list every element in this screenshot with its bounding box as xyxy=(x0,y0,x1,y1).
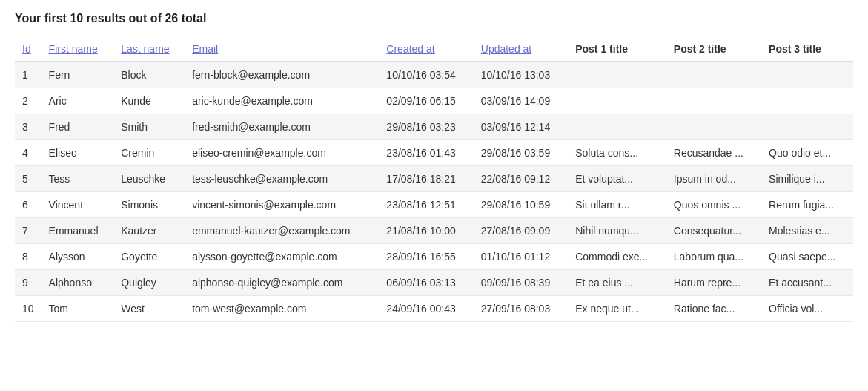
cell-id: 6 xyxy=(15,192,42,218)
cell-post1: Ex neque ut... xyxy=(568,296,666,322)
cell-first_name: Tess xyxy=(42,166,114,192)
cell-updated_at: 03/09/16 14:09 xyxy=(474,88,568,114)
cell-updated_at: 01/10/16 01:12 xyxy=(474,244,568,270)
cell-post1 xyxy=(568,114,666,140)
cell-post2 xyxy=(666,88,761,114)
cell-last_name: Smith xyxy=(113,114,185,140)
table-row: 8AlyssonGoyettealysson-goyette@example.c… xyxy=(15,244,853,270)
column-header-post1: Post 1 title xyxy=(568,37,666,62)
sort-link-first_name[interactable]: First name xyxy=(49,43,98,55)
table-row: 9AlphonsoQuigleyalphonso-quigley@example… xyxy=(15,270,853,296)
cell-first_name: Tom xyxy=(42,296,114,322)
table-header: IdFirst nameLast nameEmailCreated atUpda… xyxy=(15,37,853,62)
sort-link-last_name[interactable]: Last name xyxy=(121,43,169,55)
column-header-created_at[interactable]: Created at xyxy=(379,37,473,62)
cell-post2: Ratione fac... xyxy=(666,296,761,322)
cell-post1 xyxy=(568,88,666,114)
cell-post2: Recusandae ... xyxy=(666,140,761,166)
cell-id: 4 xyxy=(15,140,42,166)
cell-post3: Quasi saepe... xyxy=(761,244,853,270)
column-header-last_name[interactable]: Last name xyxy=(113,37,185,62)
cell-post1 xyxy=(568,62,666,88)
column-header-post2: Post 2 title xyxy=(666,37,761,62)
cell-post1: Soluta cons... xyxy=(568,140,666,166)
table-row: 5TessLeuschketess-leuschke@example.com17… xyxy=(15,166,853,192)
cell-email: alysson-goyette@example.com xyxy=(185,244,379,270)
cell-updated_at: 29/08/16 03:59 xyxy=(474,140,568,166)
cell-id: 7 xyxy=(15,218,42,244)
cell-post1: Commodi exe... xyxy=(568,244,666,270)
cell-created_at: 23/08/16 01:43 xyxy=(379,140,473,166)
cell-first_name: Fern xyxy=(42,62,114,88)
cell-post2: Harum repre... xyxy=(666,270,761,296)
cell-email: tom-west@example.com xyxy=(185,296,379,322)
cell-id: 9 xyxy=(15,270,42,296)
cell-post3: Similique i... xyxy=(761,166,853,192)
cell-first_name: Alphonso xyxy=(42,270,114,296)
cell-post3: Rerum fugia... xyxy=(761,192,853,218)
cell-post3: Quo odio et... xyxy=(761,140,853,166)
cell-id: 8 xyxy=(15,244,42,270)
sort-link-email[interactable]: Email xyxy=(192,43,218,55)
cell-updated_at: 27/08/16 09:09 xyxy=(474,218,568,244)
cell-id: 10 xyxy=(15,296,42,322)
cell-post3: Officia vol... xyxy=(761,296,853,322)
cell-first_name: Alysson xyxy=(42,244,114,270)
table-row: 6VincentSimonisvincent-simonis@example.c… xyxy=(15,192,853,218)
cell-email: tess-leuschke@example.com xyxy=(185,166,379,192)
cell-last_name: West xyxy=(113,296,185,322)
cell-last_name: Cremin xyxy=(113,140,185,166)
column-header-first_name[interactable]: First name xyxy=(42,37,114,62)
cell-id: 1 xyxy=(15,62,42,88)
cell-email: emmanuel-kautzer@example.com xyxy=(185,218,379,244)
cell-post2: Ipsum in od... xyxy=(666,166,761,192)
cell-last_name: Leuschke xyxy=(113,166,185,192)
table-row: 10TomWesttom-west@example.com24/09/16 00… xyxy=(15,296,853,322)
cell-last_name: Simonis xyxy=(113,192,185,218)
sort-link-id[interactable]: Id xyxy=(22,43,31,55)
cell-email: vincent-simonis@example.com xyxy=(185,192,379,218)
sort-link-updated_at[interactable]: Updated at xyxy=(481,43,532,55)
cell-email: eliseo-cremin@example.com xyxy=(185,140,379,166)
cell-created_at: 02/09/16 06:15 xyxy=(379,88,473,114)
table-row: 2AricKundearic-kunde@example.com02/09/16… xyxy=(15,88,853,114)
cell-email: aric-kunde@example.com xyxy=(185,88,379,114)
cell-last_name: Block xyxy=(113,62,185,88)
cell-updated_at: 29/08/16 10:59 xyxy=(474,192,568,218)
cell-first_name: Eliseo xyxy=(42,140,114,166)
column-header-email[interactable]: Email xyxy=(185,37,379,62)
sort-link-created_at[interactable]: Created at xyxy=(386,43,434,55)
cell-created_at: 10/10/16 03:54 xyxy=(379,62,473,88)
cell-post1: Nihil numqu... xyxy=(568,218,666,244)
cell-post2: Laborum qua... xyxy=(666,244,761,270)
cell-post3: Molestias e... xyxy=(761,218,853,244)
cell-post1: Et voluptat... xyxy=(568,166,666,192)
cell-last_name: Goyette xyxy=(113,244,185,270)
cell-post1: Sit ullam r... xyxy=(568,192,666,218)
cell-id: 3 xyxy=(15,114,42,140)
cell-post1: Et ea eius ... xyxy=(568,270,666,296)
cell-last_name: Kautzer xyxy=(113,218,185,244)
cell-created_at: 24/09/16 00:43 xyxy=(379,296,473,322)
cell-updated_at: 27/09/16 08:03 xyxy=(474,296,568,322)
cell-created_at: 21/08/16 10:00 xyxy=(379,218,473,244)
column-header-updated_at[interactable]: Updated at xyxy=(474,37,568,62)
cell-updated_at: 03/09/16 12:14 xyxy=(474,114,568,140)
cell-updated_at: 22/08/16 09:12 xyxy=(474,166,568,192)
cell-id: 2 xyxy=(15,88,42,114)
results-table: IdFirst nameLast nameEmailCreated atUpda… xyxy=(15,37,853,322)
cell-last_name: Kunde xyxy=(113,88,185,114)
cell-first_name: Aric xyxy=(42,88,114,114)
cell-email: fred-smith@example.com xyxy=(185,114,379,140)
cell-post2 xyxy=(666,114,761,140)
cell-post3 xyxy=(761,62,853,88)
cell-updated_at: 09/09/16 08:39 xyxy=(474,270,568,296)
cell-created_at: 17/08/16 18:21 xyxy=(379,166,473,192)
cell-created_at: 29/08/16 03:23 xyxy=(379,114,473,140)
table-row: 4EliseoCremineliseo-cremin@example.com23… xyxy=(15,140,853,166)
cell-post2: Consequatur... xyxy=(666,218,761,244)
column-header-id[interactable]: Id xyxy=(15,37,42,62)
cell-updated_at: 10/10/16 13:03 xyxy=(474,62,568,88)
cell-email: fern-block@example.com xyxy=(185,62,379,88)
cell-first_name: Vincent xyxy=(42,192,114,218)
